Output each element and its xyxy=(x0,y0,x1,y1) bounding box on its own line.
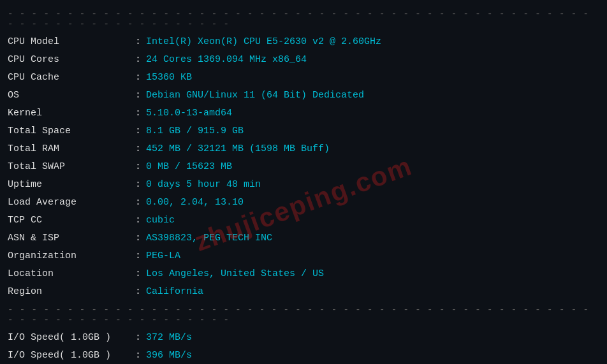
row-value: Intel(R) Xeon(R) CPU E5-2630 v2 @ 2.60GH… xyxy=(146,34,381,50)
row-label: Total RAM xyxy=(8,142,135,157)
row-value: Los Angeles, United States / US xyxy=(146,266,324,282)
row-colon: : xyxy=(135,88,141,103)
row-value: cubic xyxy=(146,213,175,228)
row-value: 0 MB / 15623 MB xyxy=(146,159,232,175)
system-info-row: ASN & ISP : AS398823, PEG TECH INC xyxy=(8,229,599,247)
middle-divider: - - - - - - - - - - - - - - - - - - - - … xyxy=(8,305,599,325)
system-info-row: CPU Cores : 24 Cores 1369.094 MHz x86_64 xyxy=(8,51,599,69)
system-info-row: TCP CC : cubic xyxy=(8,212,599,229)
row-label: Uptime xyxy=(8,177,135,193)
row-label: Region xyxy=(8,284,135,300)
system-info-row: Total Space : 8.1 GB / 915.9 GB xyxy=(8,122,599,140)
row-value: Debian GNU/Linux 11 (64 Bit) Dedicated xyxy=(146,88,364,103)
row-label: CPU Cache xyxy=(8,70,135,85)
row-label: OS xyxy=(8,88,135,103)
row-value: 396 MB/s xyxy=(146,348,192,363)
row-colon: : xyxy=(135,231,141,246)
system-info-row: Kernel : 5.10.0-13-amd64 xyxy=(8,105,599,122)
system-info-row: Organization : PEG-LA xyxy=(8,247,599,265)
row-value: 5.10.0-13-amd64 xyxy=(146,106,232,121)
row-value: 15360 KB xyxy=(146,70,192,85)
top-divider: - - - - - - - - - - - - - - - - - - - - … xyxy=(8,9,599,29)
row-label: Total SWAP xyxy=(8,159,135,175)
row-colon: : xyxy=(135,70,141,85)
row-label: CPU Model xyxy=(8,34,135,50)
row-colon: : xyxy=(135,213,141,228)
row-value: AS398823, PEG TECH INC xyxy=(146,231,272,246)
row-label: Total Space xyxy=(8,124,135,139)
row-label: Organization xyxy=(8,249,135,264)
row-colon: : xyxy=(135,34,141,50)
system-info-row: Total SWAP : 0 MB / 15623 MB xyxy=(8,158,599,176)
system-info-row: CPU Model : Intel(R) Xeon(R) CPU E5-2630… xyxy=(8,33,599,51)
system-info-row: Location : Los Angeles, United States / … xyxy=(8,265,599,283)
system-info-row: CPU Cache : 15360 KB xyxy=(8,69,599,87)
row-value: California xyxy=(146,284,203,300)
terminal-output: - - - - - - - - - - - - - - - - - - - - … xyxy=(8,9,599,364)
system-info-row: Load Average : 0.00, 2.04, 13.10 xyxy=(8,194,599,212)
row-value: 24 Cores 1369.094 MHz x86_64 xyxy=(146,52,307,68)
row-label: Load Average xyxy=(8,195,135,210)
row-label: I/O Speed( 1.0GB ) xyxy=(8,348,135,363)
row-colon: : xyxy=(135,106,141,121)
row-colon: : xyxy=(135,249,141,264)
row-colon: : xyxy=(135,266,141,282)
row-colon: : xyxy=(135,330,141,346)
io-info-row: I/O Speed( 1.0GB ) : 396 MB/s xyxy=(8,347,599,364)
row-value: 372 MB/s xyxy=(146,330,192,346)
row-colon: : xyxy=(135,142,141,157)
io-info-section: I/O Speed( 1.0GB ) : 372 MB/s I/O Speed(… xyxy=(8,329,599,364)
row-label: CPU Cores xyxy=(8,52,135,68)
row-colon: : xyxy=(135,348,141,363)
row-colon: : xyxy=(135,124,141,139)
row-value: 0.00, 2.04, 13.10 xyxy=(146,195,244,210)
system-info-section: CPU Model : Intel(R) Xeon(R) CPU E5-2630… xyxy=(8,33,599,301)
row-colon: : xyxy=(135,284,141,300)
row-colon: : xyxy=(135,159,141,175)
row-colon: : xyxy=(135,195,141,210)
io-info-row: I/O Speed( 1.0GB ) : 372 MB/s xyxy=(8,329,599,347)
row-value: PEG-LA xyxy=(146,249,180,264)
row-label: Kernel xyxy=(8,106,135,121)
row-label: ASN & ISP xyxy=(8,231,135,246)
row-value: 0 days 5 hour 48 min xyxy=(146,177,261,193)
system-info-row: Region : California xyxy=(8,283,599,301)
row-label: TCP CC xyxy=(8,213,135,228)
row-value: 8.1 GB / 915.9 GB xyxy=(146,124,244,139)
row-label: Location xyxy=(8,266,135,282)
row-colon: : xyxy=(135,52,141,68)
row-colon: : xyxy=(135,177,141,193)
row-label: I/O Speed( 1.0GB ) xyxy=(8,330,135,346)
system-info-row: Total RAM : 452 MB / 32121 MB (1598 MB B… xyxy=(8,140,599,158)
system-info-row: OS : Debian GNU/Linux 11 (64 Bit) Dedica… xyxy=(8,87,599,105)
system-info-row: Uptime : 0 days 5 hour 48 min xyxy=(8,176,599,194)
row-value: 452 MB / 32121 MB (1598 MB Buff) xyxy=(146,142,330,157)
